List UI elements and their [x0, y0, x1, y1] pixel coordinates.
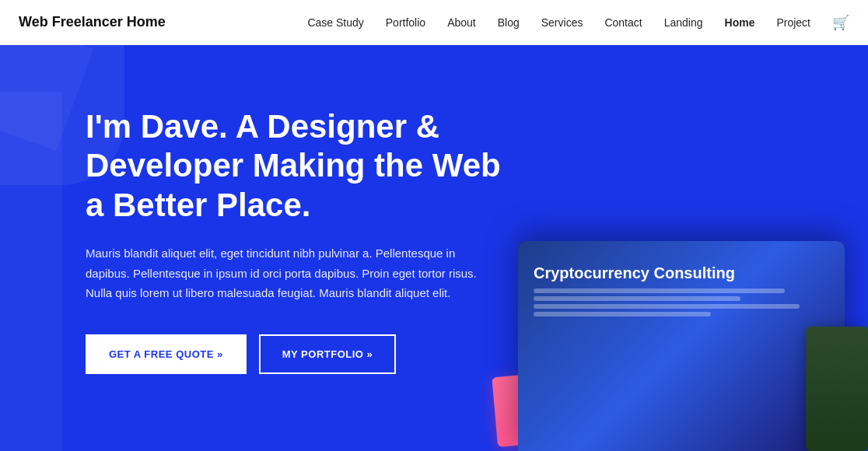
mockup-screen: Cryptocurrency Consulting: [518, 241, 845, 451]
screen-content: Cryptocurrency Consulting: [534, 264, 829, 316]
cart-icon-item[interactable]: 🛒: [832, 14, 849, 31]
nav-item-landing[interactable]: Landing: [664, 16, 703, 30]
screen-mockup-title: Cryptocurrency Consulting: [534, 264, 829, 282]
screen-line-1: [534, 288, 785, 293]
nav-item-contact[interactable]: Contact: [604, 16, 642, 30]
nav-item-services[interactable]: Services: [541, 16, 583, 30]
nav-item-blog[interactable]: Blog: [498, 16, 520, 30]
screen-lines: [534, 288, 829, 316]
brand-logo[interactable]: Web Freelancer Home: [19, 14, 166, 30]
hero-description: Mauris blandit aliquet elit, eget tincid…: [86, 243, 490, 303]
navbar: Web Freelancer Home Case Study Portfolio…: [0, 0, 868, 45]
screen-line-3: [534, 304, 800, 309]
nav-item-home[interactable]: Home: [725, 16, 755, 30]
mockup-card-dark: [806, 327, 868, 451]
my-portfolio-button[interactable]: MY PORTFOLIO »: [259, 334, 397, 374]
hero-visuals: Cryptocurrency Consulting: [464, 202, 868, 451]
mockup-laptop: Cryptocurrency Consulting: [518, 241, 845, 451]
nav-menu: Case Study Portfolio About Blog Services…: [307, 14, 849, 31]
get-quote-button[interactable]: GET A FREE QUOTE »: [86, 334, 247, 374]
screen-line-4: [534, 312, 711, 316]
nav-item-about[interactable]: About: [447, 16, 476, 30]
nav-item-case-study[interactable]: Case Study: [307, 16, 363, 30]
deco-left: [0, 92, 62, 451]
hero-section: I'm Dave. A Designer & Developer Making …: [0, 45, 868, 451]
nav-item-portfolio[interactable]: Portfolio: [386, 16, 425, 30]
screen-line-2: [534, 296, 740, 301]
hero-content: I'm Dave. A Designer & Developer Making …: [86, 107, 521, 374]
hero-buttons: GET A FREE QUOTE » MY PORTFOLIO »: [86, 334, 521, 374]
hero-title: I'm Dave. A Designer & Developer Making …: [86, 107, 521, 225]
nav-item-project[interactable]: Project: [776, 16, 810, 30]
cart-icon[interactable]: 🛒: [832, 15, 849, 30]
